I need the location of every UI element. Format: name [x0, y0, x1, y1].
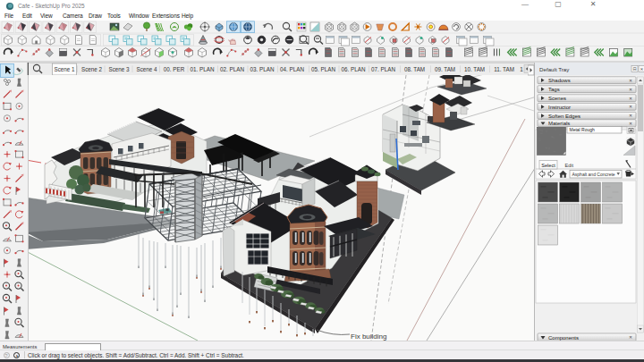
svg-text:Fix building: Fix building — [351, 333, 386, 341]
svg-text:✕: ✕ — [629, 97, 632, 101]
svg-text:Metal Rough: Metal Rough — [570, 127, 596, 132]
svg-text:02. PLAN: 02. PLAN — [220, 66, 244, 72]
svg-text:✕: ✕ — [629, 122, 632, 126]
svg-text:✕: ✕ — [629, 79, 632, 83]
svg-text:Scenes: Scenes — [548, 96, 566, 101]
svg-text:Scene 2: Scene 2 — [81, 66, 103, 72]
svg-text:Select: Select — [541, 163, 555, 168]
svg-text:07. PLAN: 07. PLAN — [371, 66, 395, 72]
svg-text:Soften Edges: Soften Edges — [548, 114, 580, 119]
svg-text:05. PLAN: 05. PLAN — [311, 66, 335, 72]
svg-text:⊟: ⊟ — [632, 66, 636, 72]
svg-text:Materials: Materials — [548, 121, 570, 126]
svg-text:Scene 1: Scene 1 — [54, 66, 75, 72]
svg-text:✕: ✕ — [629, 105, 632, 109]
svg-text:Scene 4: Scene 4 — [136, 66, 157, 72]
svg-text:04. PLAN: 04. PLAN — [280, 66, 304, 72]
svg-text:Shadows: Shadows — [548, 78, 571, 83]
svg-text:✕: ✕ — [629, 88, 632, 92]
svg-text:✕: ✕ — [640, 67, 644, 72]
svg-text:Default Tray: Default Tray — [539, 66, 570, 72]
svg-text:08. TAM: 08. TAM — [404, 66, 425, 72]
svg-text:Tags: Tags — [548, 87, 560, 92]
svg-text:00. PER: 00. PER — [164, 66, 185, 72]
svg-text:Scene 3: Scene 3 — [108, 66, 130, 72]
svg-text:✕: ✕ — [629, 114, 632, 118]
svg-text:1: 1 — [520, 66, 523, 72]
svg-text:✕: ✕ — [629, 335, 632, 340]
svg-text:01. PLAN: 01. PLAN — [191, 66, 215, 72]
svg-text:11. TAM: 11. TAM — [494, 66, 514, 72]
svg-text:Components: Components — [548, 335, 579, 341]
svg-text:Edit: Edit — [565, 163, 574, 168]
svg-text:10. TAM: 10. TAM — [464, 66, 485, 72]
svg-text:Instructor: Instructor — [548, 105, 571, 110]
svg-text:09. TAM: 09. TAM — [435, 66, 455, 72]
svg-text:Asphalt and Concrete: Asphalt and Concrete — [572, 172, 615, 177]
svg-text:03. PLAN: 03. PLAN — [250, 66, 275, 72]
svg-text:06. PLAN: 06. PLAN — [342, 66, 366, 72]
